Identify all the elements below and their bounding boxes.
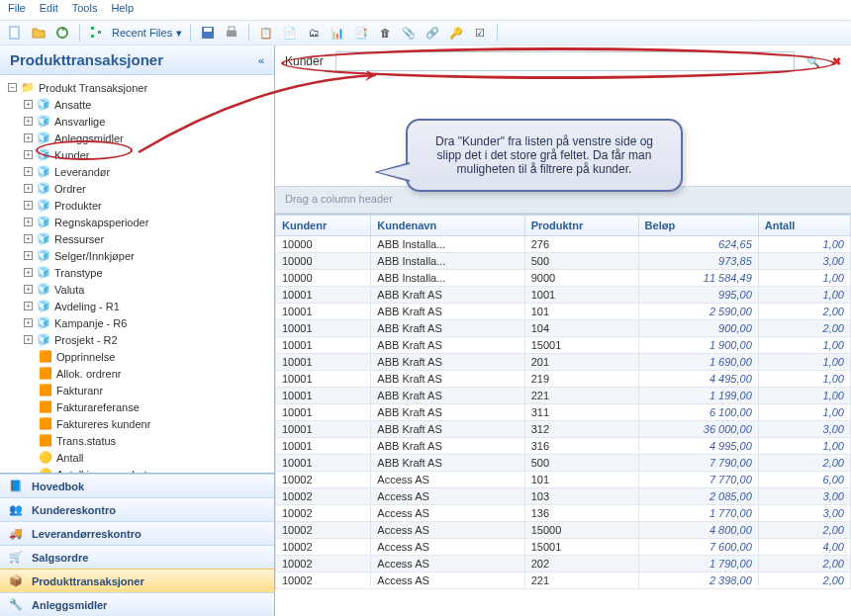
col-kundenr[interactable]: Kundenr xyxy=(276,216,371,236)
collapse-icon[interactable]: − xyxy=(8,83,17,92)
menu-edit[interactable]: Edit xyxy=(40,2,58,18)
tree-root-item[interactable]: −📁Produkt Transaksjoner xyxy=(2,79,272,96)
table-row[interactable]: 10002Access AS150017 600,004,00 xyxy=(276,539,851,556)
tree-root-label[interactable]: Produkt Transaksjoner xyxy=(39,82,147,94)
table-row[interactable]: 10002Access AS1017 770,006,00 xyxy=(276,472,851,488)
col-kundenavn[interactable]: Kundenavn xyxy=(371,216,524,236)
expand-icon[interactable]: + xyxy=(24,285,33,294)
table-row[interactable]: 10002Access AS2212 398,002,00 xyxy=(276,572,851,589)
nav-kundereskontro[interactable]: 👥Kundereskontro xyxy=(0,497,274,521)
menu-file[interactable]: File xyxy=(8,2,26,18)
tree-item-valuta[interactable]: +🧊Valuta xyxy=(2,281,272,298)
cell: ABB Installa... xyxy=(371,253,524,270)
expand-icon[interactable]: + xyxy=(24,268,33,277)
tree-item-ansatte[interactable]: +🧊Ansatte xyxy=(2,96,272,113)
table-row[interactable]: 10000ABB Installa...900011 584,491,00 xyxy=(276,270,851,287)
table-row[interactable]: 10001ABB Kraft AS150011 900,001,00 xyxy=(276,337,851,354)
collapse-icon[interactable]: « xyxy=(258,54,264,66)
table-row[interactable]: 10001ABB Kraft AS2011 690,001,00 xyxy=(276,354,851,371)
tree-item-avdeling-r1[interactable]: +🧊Avdeling - R1 xyxy=(2,298,272,314)
tool-icon[interactable]: 🔗 xyxy=(424,24,441,42)
expand-icon[interactable]: + xyxy=(24,335,33,344)
expand-icon[interactable]: + xyxy=(24,117,33,126)
menu-tools[interactable]: Tools xyxy=(72,2,98,18)
close-icon[interactable]: ✖ xyxy=(832,55,841,68)
tree-item-trans-status[interactable]: 🟧Trans.status xyxy=(2,432,272,449)
table-row[interactable]: 10001ABB Kraft AS1001995,001,00 xyxy=(276,287,851,304)
print-icon[interactable] xyxy=(223,24,240,42)
table-row[interactable]: 10002Access AS1032 085,003,00 xyxy=(276,488,851,505)
refresh-icon[interactable] xyxy=(53,24,71,42)
tool-icon[interactable]: 📄 xyxy=(281,24,299,42)
tree-item-kunder[interactable]: +🧊Kunder xyxy=(2,146,272,163)
expand-icon[interactable]: + xyxy=(24,150,33,159)
tree-item-opprinnelse[interactable]: 🟧Opprinnelse xyxy=(2,348,272,365)
table-row[interactable]: 10001ABB Kraft AS5007 790,002,00 xyxy=(276,455,851,472)
tree-item-selger-innkj-per[interactable]: +🧊Selger/Innkjøper xyxy=(2,247,272,264)
tool-icon[interactable]: 📎 xyxy=(400,24,418,42)
col-beløp[interactable]: Beløp xyxy=(638,216,758,236)
nav-hovedbok[interactable]: 📘Hovedbok xyxy=(0,474,274,497)
nav-leverand-rreskontro[interactable]: 🚚Leverandørreskontro xyxy=(0,521,274,545)
table-row[interactable]: 10001ABB Kraft AS3116 100,001,00 xyxy=(276,404,851,421)
col-antall[interactable]: Antall xyxy=(758,216,850,236)
recent-files-dropdown[interactable]: Recent Files ▾ xyxy=(112,27,182,40)
nav-produkttransaksjoner[interactable]: 📦Produkttransaksjoner xyxy=(0,569,274,592)
tree-item-leverand-r[interactable]: +🧊Leverandør xyxy=(2,163,272,180)
table-row[interactable]: 10002Access AS150004 800,002,00 xyxy=(276,522,851,539)
table-row[interactable]: 10000ABB Installa...276624,651,00 xyxy=(276,236,851,253)
table-row[interactable]: 10001ABB Kraft AS2194 495,001,00 xyxy=(276,371,851,388)
tree-item-label: Ansvarlige xyxy=(54,116,105,128)
expand-icon[interactable]: + xyxy=(24,302,33,310)
tool-icon[interactable]: 📑 xyxy=(352,24,370,42)
tree-item-transtype[interactable]: +🧊Transtype xyxy=(2,264,272,281)
expand-icon[interactable]: + xyxy=(24,167,33,176)
expand-icon[interactable]: + xyxy=(24,218,33,226)
tree-item-produkter[interactable]: +🧊Produkter xyxy=(2,197,272,214)
tree-item-faktureres-kundenr[interactable]: 🟧Faktureres kundenr xyxy=(2,415,272,432)
nav-salgsordre[interactable]: 🛒Salgsordre xyxy=(0,545,274,569)
tree-item-regnskapsperioder[interactable]: +🧊Regnskapsperioder xyxy=(2,214,272,230)
expand-icon[interactable]: + xyxy=(24,201,33,210)
table-row[interactable]: 10001ABB Kraft AS2211 199,001,00 xyxy=(276,388,851,404)
table-row[interactable]: 10001ABB Kraft AS104900,002,00 xyxy=(276,320,851,337)
tree-item-ordrer[interactable]: +🧊Ordrer xyxy=(2,180,272,197)
expand-icon[interactable]: + xyxy=(24,100,33,109)
tool-icon[interactable]: 🗑 xyxy=(376,24,394,42)
tree-item-antall[interactable]: 🟡Antall xyxy=(2,449,272,466)
table-row[interactable]: 10002Access AS1361 770,003,00 xyxy=(276,505,851,522)
tree-icon[interactable] xyxy=(88,24,106,42)
tree-item-prosjekt-r2[interactable]: +🧊Prosjekt - R2 xyxy=(2,331,272,348)
tool-icon[interactable]: 📊 xyxy=(329,24,346,42)
save-icon[interactable] xyxy=(199,24,217,42)
table-row[interactable]: 10002Access AS2021 790,002,00 xyxy=(276,556,851,572)
col-produktnr[interactable]: Produktnr xyxy=(524,216,638,236)
tool-icon[interactable]: ☑ xyxy=(471,24,489,42)
tree-item-ressurser[interactable]: +🧊Ressurser xyxy=(2,230,272,247)
expand-icon[interactable]: + xyxy=(24,234,33,243)
table-row[interactable]: 10001ABB Kraft AS1012 590,002,00 xyxy=(276,304,851,320)
tool-icon[interactable]: 📋 xyxy=(257,24,275,42)
expand-icon[interactable]: + xyxy=(24,318,33,327)
expand-icon[interactable]: + xyxy=(24,133,33,142)
expand-icon[interactable]: + xyxy=(24,184,33,193)
new-doc-icon[interactable] xyxy=(6,24,24,42)
tree-item-anleggsmidler[interactable]: +🧊Anleggsmidler xyxy=(2,130,272,146)
tree-item-fakturareferanse[interactable]: 🟧Fakturareferanse xyxy=(2,398,272,415)
expand-icon[interactable]: + xyxy=(24,251,33,260)
tree-item-fakturanr[interactable]: 🟧Fakturanr xyxy=(2,382,272,398)
tool-icon[interactable]: 🗂 xyxy=(305,24,323,42)
search-icon[interactable]: 🔍 xyxy=(806,55,820,68)
open-folder-icon[interactable] xyxy=(30,24,47,42)
filter-input[interactable] xyxy=(335,51,795,71)
table-row[interactable]: 10001ABB Kraft AS3164 995,001,00 xyxy=(276,438,851,455)
table-row[interactable]: 10000ABB Installa...500973,853,00 xyxy=(276,253,851,270)
menu-help[interactable]: Help xyxy=(111,2,134,18)
tool-icon[interactable]: 🔑 xyxy=(447,24,465,42)
tree-item-kampanje-r6[interactable]: +🧊Kampanje - R6 xyxy=(2,314,272,331)
tree-item-antall-i-grunnenhet[interactable]: 🟡Antall i grunnenhet xyxy=(2,466,272,473)
table-row[interactable]: 10001ABB Kraft AS31236 000,003,00 xyxy=(276,421,851,438)
tree-item-allok-ordrenr[interactable]: 🟧Allok. ordrenr xyxy=(2,365,272,382)
nav-anleggsmidler[interactable]: 🔧Anleggsmidler xyxy=(0,592,274,616)
tree-item-ansvarlige[interactable]: +🧊Ansvarlige xyxy=(2,113,272,130)
